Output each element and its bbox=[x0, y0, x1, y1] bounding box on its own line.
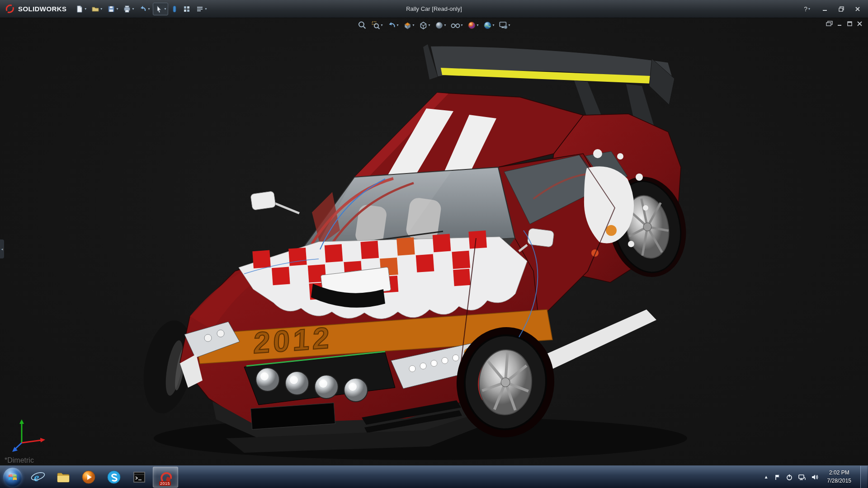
taskbar-item-media-player[interactable] bbox=[76, 466, 101, 488]
taskbar-items: e bbox=[0, 466, 179, 488]
messenger-icon bbox=[107, 470, 121, 484]
dropdown-caret[interactable]: ▾ bbox=[808, 7, 810, 11]
options-icon bbox=[196, 5, 204, 13]
close-button[interactable] bbox=[850, 3, 865, 15]
titlebar-controls: ? ▾ bbox=[804, 3, 868, 15]
dropdown-caret[interactable]: ▾ bbox=[148, 7, 150, 11]
media-player-icon bbox=[81, 470, 96, 484]
start-orb-icon bbox=[3, 468, 22, 487]
show-hidden-icons-button[interactable]: ▲ bbox=[764, 474, 769, 479]
main-toolbar: ▾ ▾ ▾ ▾ ▾ bbox=[74, 3, 208, 15]
car-year-decal: 2012 bbox=[253, 321, 333, 360]
titlebar: SOLIDWORKS ▾ ▾ ▾ ▾ bbox=[0, 0, 868, 18]
dropdown-caret[interactable]: ▾ bbox=[164, 7, 166, 11]
rebuild-icon bbox=[183, 5, 191, 13]
dropdown-caret[interactable]: ▾ bbox=[85, 7, 86, 11]
view-orientation-label: *Dimetric bbox=[5, 456, 34, 465]
new-document-button[interactable]: ▾ bbox=[74, 3, 88, 15]
feature-manager-collapse-tab[interactable]: ◂ bbox=[0, 239, 4, 258]
open-icon bbox=[91, 5, 99, 13]
solidworks-xpert-button[interactable] bbox=[170, 3, 179, 15]
action-center-flag-icon[interactable] bbox=[774, 474, 781, 481]
network-icon[interactable] bbox=[798, 474, 806, 481]
open-button[interactable]: ▾ bbox=[90, 3, 104, 15]
taskbar-clock[interactable]: 2:02 PM 7/28/2015 bbox=[823, 469, 855, 485]
system-tray: ▲ 2:02 PM 7/28/2015 bbox=[764, 466, 868, 488]
solidworks-version-badge: 2015 bbox=[159, 481, 171, 486]
dropdown-caret[interactable]: ▾ bbox=[100, 7, 102, 11]
xpert-icon bbox=[171, 5, 178, 13]
start-button[interactable] bbox=[0, 466, 25, 488]
taskbar-item-internet-explorer[interactable]: e bbox=[25, 466, 51, 488]
dropdown-caret[interactable]: ▾ bbox=[132, 7, 134, 11]
minimize-button[interactable] bbox=[817, 3, 833, 15]
minimize-icon bbox=[822, 6, 828, 12]
rally-car-model[interactable]: 2012 bbox=[0, 18, 868, 465]
viewport-3d[interactable]: ▾ ▾ ▾ ▾ ▾ bbox=[0, 18, 868, 465]
volume-icon[interactable] bbox=[811, 474, 818, 481]
print-button[interactable]: ▾ bbox=[121, 3, 136, 15]
close-icon bbox=[855, 6, 860, 12]
taskbar-item-windows-explorer[interactable] bbox=[51, 466, 76, 488]
options-button[interactable]: ▾ bbox=[194, 3, 208, 15]
help-button[interactable]: ? ▾ bbox=[804, 5, 810, 13]
restore-icon bbox=[839, 6, 844, 12]
new-document-icon bbox=[75, 5, 84, 13]
orientation-triad bbox=[11, 415, 50, 454]
clock-date: 7/28/2015 bbox=[827, 477, 851, 485]
taskbar-item-solidworks-2015[interactable]: 2015 bbox=[153, 467, 178, 488]
internet-explorer-icon: e bbox=[30, 470, 46, 484]
logo-text: SOLIDWORKS bbox=[18, 5, 66, 13]
rebuild-button[interactable] bbox=[181, 3, 193, 15]
undo-button[interactable]: ▾ bbox=[137, 3, 151, 15]
taskbar-item-console-window[interactable] bbox=[127, 466, 152, 488]
dropdown-caret[interactable]: ▾ bbox=[205, 7, 207, 11]
show-desktop-button[interactable] bbox=[860, 466, 867, 488]
print-icon bbox=[123, 5, 131, 13]
undo-icon bbox=[139, 5, 147, 13]
console-window-icon bbox=[132, 470, 146, 484]
windows-flag-icon bbox=[8, 472, 18, 482]
select-button[interactable]: ▾ bbox=[153, 3, 168, 15]
select-arrow-icon bbox=[155, 5, 163, 13]
power-icon[interactable] bbox=[786, 474, 793, 481]
save-icon bbox=[107, 5, 115, 13]
clock-time: 2:02 PM bbox=[827, 469, 851, 477]
help-label: ? bbox=[804, 5, 807, 13]
save-button[interactable]: ▾ bbox=[105, 3, 120, 15]
taskbar: e bbox=[0, 465, 868, 488]
restore-button[interactable] bbox=[834, 3, 849, 15]
dropdown-caret[interactable]: ▾ bbox=[116, 7, 118, 11]
solidworks-logo: SOLIDWORKS bbox=[0, 4, 74, 14]
solidworks-logo-icon bbox=[5, 4, 15, 14]
folder-icon bbox=[56, 470, 71, 484]
taskbar-item-messenger[interactable] bbox=[101, 466, 127, 488]
